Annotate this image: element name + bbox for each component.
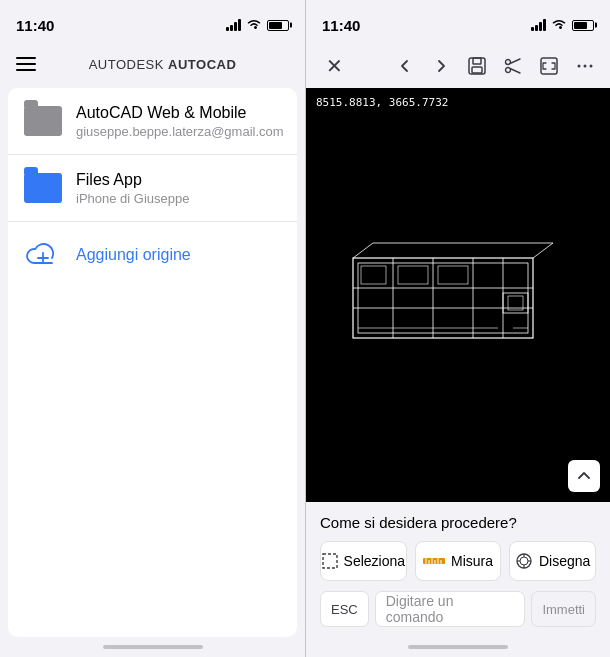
add-source-label: Aggiungi origine bbox=[76, 246, 191, 264]
svg-line-8 bbox=[510, 69, 520, 74]
esc-label: ESC bbox=[331, 602, 358, 617]
svg-rect-4 bbox=[472, 67, 482, 73]
right-wifi-icon bbox=[551, 16, 567, 34]
misura-button[interactable]: Misura bbox=[415, 541, 502, 581]
wifi-icon bbox=[246, 18, 262, 33]
svg-rect-27 bbox=[438, 266, 468, 284]
files-icon-wrapper bbox=[22, 167, 64, 209]
autocad-icon-wrapper bbox=[22, 100, 64, 142]
cad-coordinates: 8515.8813, 3665.7732 bbox=[316, 96, 448, 109]
left-panel: 11:40 AUTODESK AUTOCAD bbox=[0, 0, 305, 657]
right-time: 11:40 bbox=[322, 17, 360, 34]
back-button[interactable] bbox=[394, 55, 416, 77]
left-home-indicator bbox=[0, 637, 305, 657]
svg-rect-31 bbox=[323, 554, 337, 568]
left-status-icons bbox=[226, 18, 289, 33]
cad-toolbar: ✕ bbox=[306, 44, 610, 88]
right-status-icons bbox=[531, 16, 594, 34]
svg-point-10 bbox=[578, 65, 581, 68]
command-row: ESC Digitare un comando Immetti bbox=[320, 591, 596, 627]
files-app-item[interactable]: Files App iPhone di Giuseppe bbox=[8, 155, 297, 222]
scissors-button[interactable] bbox=[502, 55, 524, 77]
autocad-item-text: AutoCAD Web & Mobile giuseppe.beppe.late… bbox=[76, 104, 284, 139]
seleziona-icon bbox=[322, 553, 338, 569]
esc-button[interactable]: ESC bbox=[320, 591, 369, 627]
more-button[interactable] bbox=[574, 55, 596, 77]
right-status-bar: 11:40 bbox=[306, 0, 610, 44]
source-list: AutoCAD Web & Mobile giuseppe.beppe.late… bbox=[8, 88, 297, 637]
misura-icon bbox=[423, 556, 445, 566]
svg-point-11 bbox=[584, 65, 587, 68]
files-folder-icon bbox=[24, 173, 62, 203]
svg-point-12 bbox=[590, 65, 593, 68]
command-input[interactable]: Digitare un comando bbox=[375, 591, 526, 627]
command-placeholder: Digitare un comando bbox=[386, 593, 515, 625]
files-title: Files App bbox=[76, 171, 189, 189]
left-header: AUTODESK AUTOCAD bbox=[0, 44, 305, 88]
cloud-add-icon bbox=[24, 241, 62, 269]
svg-rect-13 bbox=[353, 258, 533, 338]
toolbar-left: ✕ bbox=[320, 52, 348, 80]
disegna-icon bbox=[515, 552, 533, 570]
left-status-bar: 11:40 bbox=[0, 0, 305, 44]
scroll-up-button[interactable] bbox=[568, 460, 600, 492]
cad-drawing bbox=[343, 228, 573, 362]
misura-label: Misura bbox=[451, 553, 493, 569]
files-subtitle: iPhone di Giuseppe bbox=[76, 191, 189, 206]
save-button[interactable] bbox=[466, 55, 488, 77]
seleziona-label: Seleziona bbox=[344, 553, 406, 569]
add-source-text: Aggiungi origine bbox=[76, 246, 191, 264]
autocad-web-item[interactable]: AutoCAD Web & Mobile giuseppe.beppe.late… bbox=[8, 88, 297, 155]
autocad-subtitle: giuseppe.beppe.laterza@gmail.com bbox=[76, 124, 284, 139]
right-home-indicator bbox=[306, 637, 610, 657]
immetti-label: Immetti bbox=[542, 602, 585, 617]
menu-button[interactable] bbox=[16, 57, 36, 71]
svg-rect-3 bbox=[473, 58, 481, 64]
seleziona-button[interactable]: Seleziona bbox=[320, 541, 407, 581]
disegna-label: Disegna bbox=[539, 553, 590, 569]
right-panel: 11:40 ✕ bbox=[305, 0, 610, 657]
svg-point-40 bbox=[520, 557, 528, 565]
svg-line-22 bbox=[533, 243, 553, 258]
close-icon: ✕ bbox=[326, 54, 343, 78]
action-prompt: Come si desidera procedere? bbox=[320, 514, 596, 531]
action-buttons-row: Seleziona Misura bbox=[320, 541, 596, 581]
toolbar-right bbox=[394, 55, 596, 77]
chevron-up-icon bbox=[576, 468, 592, 484]
expand-button[interactable] bbox=[538, 55, 560, 77]
svg-rect-26 bbox=[398, 266, 428, 284]
home-bar bbox=[103, 645, 203, 649]
forward-button[interactable] bbox=[430, 55, 452, 77]
svg-line-21 bbox=[353, 243, 373, 258]
right-battery-icon bbox=[572, 20, 594, 31]
cad-canvas[interactable]: 8515.8813, 3665.7732 bbox=[306, 88, 610, 502]
close-button[interactable]: ✕ bbox=[320, 52, 348, 80]
right-signal-icon bbox=[531, 19, 546, 31]
left-time: 11:40 bbox=[16, 17, 54, 34]
add-source-item[interactable]: Aggiungi origine bbox=[8, 222, 297, 288]
signal-icon bbox=[226, 19, 241, 31]
app-title: AUTODESK AUTOCAD bbox=[36, 57, 289, 72]
autocad-folder-icon bbox=[24, 106, 62, 136]
svg-rect-14 bbox=[358, 263, 528, 333]
files-item-text: Files App iPhone di Giuseppe bbox=[76, 171, 189, 206]
autocad-title: AutoCAD Web & Mobile bbox=[76, 104, 284, 122]
battery-icon bbox=[267, 20, 289, 31]
bottom-action-panel: Come si desidera procedere? Seleziona bbox=[306, 502, 610, 637]
svg-rect-28 bbox=[361, 266, 386, 284]
cloud-icon-wrapper bbox=[22, 234, 64, 276]
svg-line-7 bbox=[510, 59, 520, 64]
right-home-bar bbox=[408, 645, 508, 649]
immetti-button[interactable]: Immetti bbox=[531, 591, 596, 627]
disegna-button[interactable]: Disegna bbox=[509, 541, 596, 581]
